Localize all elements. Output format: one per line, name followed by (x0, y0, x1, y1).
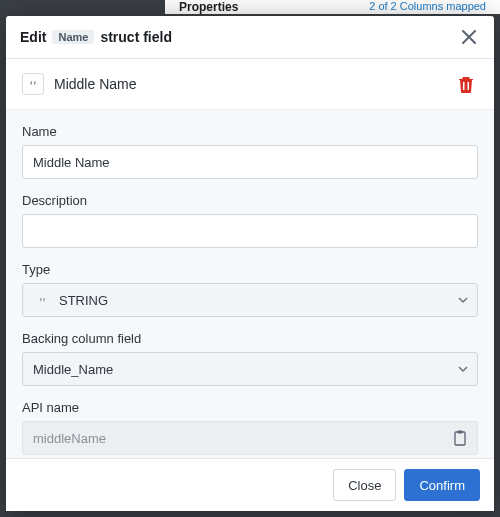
api-name-value: middleName (33, 431, 106, 446)
modal-footer: Close Confirm (6, 458, 494, 511)
modal-title: Edit Name struct field (20, 29, 172, 45)
backing-column-select[interactable]: Middle_Name (22, 352, 478, 386)
description-input[interactable] (22, 214, 478, 248)
name-label: Name (22, 124, 478, 139)
description-label: Description (22, 193, 478, 208)
svg-rect-2 (455, 432, 465, 445)
type-select[interactable]: STRING (22, 283, 478, 317)
chevron-down-icon (458, 295, 468, 305)
svg-rect-1 (468, 82, 470, 90)
copy-api-name-button[interactable] (449, 426, 471, 450)
close-icon-button[interactable] (458, 26, 480, 48)
name-input[interactable] (22, 145, 478, 179)
backing-column-label: Backing column field (22, 331, 478, 346)
field-name-display: Middle Name (54, 76, 136, 92)
edit-struct-field-modal: Edit Name struct field Middle Name Name (6, 16, 494, 511)
string-type-icon (22, 73, 44, 95)
modal-title-prefix: Edit (20, 29, 46, 45)
bg-mapped-text: 2 of 2 Columns mapped (369, 0, 486, 12)
close-icon (462, 30, 476, 44)
api-name-label: API name (22, 400, 478, 415)
trash-icon (458, 75, 474, 93)
svg-rect-0 (463, 82, 465, 90)
chevron-down-icon (458, 364, 468, 374)
type-label: Type (22, 262, 478, 277)
modal-title-suffix: struct field (100, 29, 172, 45)
field-header-row: Middle Name (6, 59, 494, 110)
bg-properties-heading: Properties (179, 0, 238, 14)
type-value: STRING (59, 293, 108, 308)
modal-title-tag: Name (52, 30, 94, 44)
modal-header: Edit Name struct field (6, 16, 494, 59)
close-button[interactable]: Close (333, 469, 396, 501)
background-toolbar: Properties 2 of 2 Columns mapped (165, 0, 500, 14)
api-name-readonly: middleName (22, 421, 478, 455)
string-type-icon (33, 291, 51, 309)
confirm-button[interactable]: Confirm (404, 469, 480, 501)
clipboard-icon (453, 430, 467, 446)
delete-field-button[interactable] (454, 71, 478, 97)
backing-column-value: Middle_Name (33, 362, 113, 377)
svg-rect-3 (458, 431, 463, 434)
form-area: Name Description Type STRING (6, 110, 494, 458)
